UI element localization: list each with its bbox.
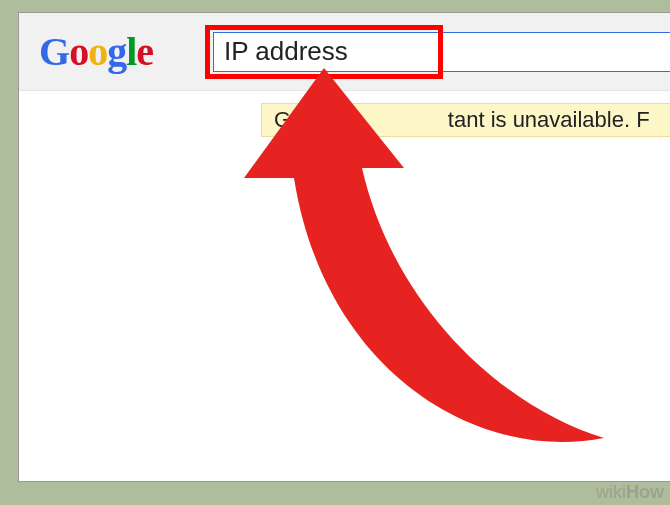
logo-letter: g bbox=[107, 29, 126, 74]
search-input[interactable] bbox=[213, 32, 670, 72]
logo-letter: e bbox=[136, 29, 153, 74]
browser-window: Google Goog tant is unavailable. F bbox=[18, 12, 670, 482]
google-logo[interactable]: Google bbox=[39, 28, 153, 75]
notice-text-left: Goog bbox=[274, 107, 328, 133]
watermark-part1: wiki bbox=[596, 482, 626, 502]
notice-text-right: tant is unavailable. F bbox=[448, 107, 650, 133]
header-bar: Google bbox=[19, 13, 670, 91]
logo-letter: G bbox=[39, 29, 69, 74]
logo-letter: l bbox=[126, 29, 136, 74]
instant-unavailable-notice: Goog tant is unavailable. F bbox=[261, 103, 670, 137]
logo-letter: o bbox=[88, 29, 107, 74]
watermark-part2: How bbox=[626, 482, 664, 502]
logo-letter: o bbox=[69, 29, 88, 74]
watermark: wikiHow bbox=[596, 482, 664, 503]
search-container bbox=[213, 27, 670, 77]
